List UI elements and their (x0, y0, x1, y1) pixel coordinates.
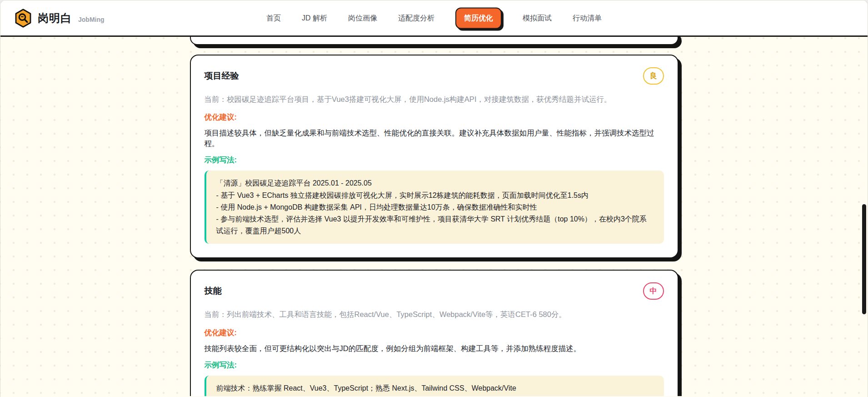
nav-item-jd-analysis[interactable]: JD 解析 (302, 13, 327, 23)
main-nav: 首页 JD 解析 岗位画像 适配度分析 简历优化 模拟面试 行动清单 (266, 7, 602, 29)
example-line: 「清源」校园碳足迹追踪平台 2025.01 - 2025.05 (216, 177, 654, 189)
example-label: 示例写法: (205, 155, 664, 165)
grade-badge: 中 (643, 282, 664, 300)
example-line: - 参与前端技术选型，评估并选择 Vue3 以提升开发效率和可维护性，项目获清华… (216, 213, 654, 237)
brand[interactable]: 岗明白 JobMing (14, 9, 105, 28)
suggestion-text: 技能列表较全面，但可更结构化以突出与JD的匹配度，例如分组为前端框架、构建工具等… (205, 343, 664, 354)
nav-item-action-list[interactable]: 行动清单 (573, 13, 602, 23)
app-header: 岗明白 JobMing 首页 JD 解析 岗位画像 适配度分析 简历优化 模拟面… (0, 0, 868, 37)
example-label: 示例写法: (205, 360, 664, 370)
example-line: 前端技术：熟练掌握 React、Vue3、TypeScript；熟悉 Next.… (216, 382, 654, 394)
brand-name: 岗明白 (38, 11, 72, 25)
scrollbar-thumb[interactable] (862, 204, 866, 314)
nav-item-mock-interview[interactable]: 模拟面试 (523, 13, 552, 23)
nav-item-resume-optimize[interactable]: 简历优化 (455, 7, 502, 29)
example-box: 「清源」校园碳足迹追踪平台 2025.01 - 2025.05 - 基于 Vue… (205, 171, 664, 244)
example-line: 工具：熟练使用 Git、Docker、Figma、Linux (216, 394, 654, 396)
nav-item-fit-analysis[interactable]: 适配度分析 (398, 13, 434, 23)
suggestion-label: 优化建议: (205, 112, 664, 122)
nav-item-home[interactable]: 首页 (266, 13, 281, 23)
current-summary: 当前：校园碳足迹追踪平台项目，基于Vue3搭建可视化大屏，使用Node.js构建… (205, 94, 664, 105)
hexagon-magnifier-icon (14, 9, 32, 28)
card-project-experience: 项目经验 良 当前：校园碳足迹追踪平台项目，基于Vue3搭建可视化大屏，使用No… (190, 55, 678, 258)
example-box: 前端技术：熟练掌握 React、Vue3、TypeScript；熟悉 Next.… (205, 376, 664, 396)
nav-item-job-profile[interactable]: 岗位画像 (348, 13, 377, 23)
brand-subtitle: JobMing (78, 16, 105, 23)
card-title: 项目经验 (205, 70, 239, 82)
card-partial-top (190, 37, 678, 45)
card-skills: 技能 中 当前：列出前端技术、工具和语言技能，包括React/Vue、TypeS… (190, 270, 678, 396)
grade-badge: 良 (643, 67, 664, 85)
suggestion-text: 项目描述较具体，但缺乏量化成果和与前端技术选型、性能优化的直接关联。建议补充具体… (205, 128, 664, 149)
content-area: 项目经验 良 当前：校园碳足迹追踪平台项目，基于Vue3搭建可视化大屏，使用No… (0, 37, 868, 396)
current-summary: 当前：列出前端技术、工具和语言技能，包括React/Vue、TypeScript… (205, 309, 664, 320)
app-window: 岗明白 JobMing 首页 JD 解析 岗位画像 适配度分析 简历优化 模拟面… (0, 0, 868, 397)
example-line: - 使用 Node.js + MongoDB 构建数据采集 API，日均处理数据… (216, 201, 654, 213)
card-title: 技能 (205, 285, 222, 297)
suggestion-label: 优化建议: (205, 328, 664, 338)
example-line: - 基于 Vue3 + ECharts 独立搭建校园碳排放可视化大屏，实时展示1… (216, 190, 654, 201)
